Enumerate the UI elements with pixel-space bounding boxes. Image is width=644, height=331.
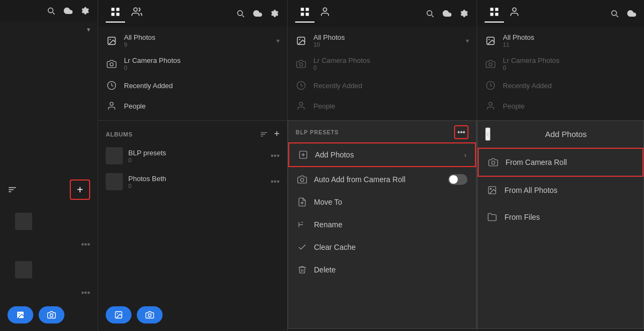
context-section: BLP PRESETS ••• — [288, 121, 476, 141]
source-all-photos-3[interactable]: All Photos 10 ▾ — [288, 29, 477, 52]
menu-auto-add[interactable]: Auto Add from Camera Roll — [288, 168, 476, 191]
from-files-icon — [486, 211, 498, 223]
album-item-2[interactable] — [8, 257, 90, 283]
source-people-4[interactable]: People — [477, 96, 644, 116]
camera-button-2[interactable] — [137, 306, 163, 323]
all-photos-info-4: All Photos 11 — [503, 33, 636, 48]
search-icon-2[interactable] — [236, 9, 245, 18]
move-to-label: Move To — [314, 198, 342, 206]
submenu-camera-roll[interactable]: From Camera Roll — [478, 148, 643, 177]
menu-rename[interactable]: Rename — [288, 213, 476, 236]
blp-thumb — [106, 147, 123, 164]
submenu-all-photos[interactable]: From All Photos — [478, 177, 643, 204]
blp-name: BLP presets — [128, 149, 265, 157]
source-lr-camera-3[interactable]: Lr Camera Photos 0 — [288, 52, 477, 75]
submenu-from-files[interactable]: From Files — [478, 204, 643, 231]
back-button[interactable]: ‹ — [485, 127, 491, 141]
clock-icon — [106, 80, 118, 91]
source-all-photos-4[interactable]: All Photos 11 — [477, 29, 644, 52]
source-recently-4[interactable]: Recently Added — [477, 75, 644, 96]
cloud-icon-4[interactable] — [627, 9, 636, 18]
cloud-icon[interactable] — [63, 6, 73, 16]
people-label-3: People — [313, 102, 469, 110]
album-item[interactable] — [8, 208, 90, 234]
all-photos-info-3: All Photos 10 — [313, 33, 459, 48]
sort-albums-icon[interactable] — [260, 130, 268, 139]
tab-people-4[interactable] — [506, 4, 525, 23]
blp-more-icon[interactable]: ••• — [270, 151, 280, 161]
add-album-button[interactable]: + — [72, 182, 88, 198]
album-photos-beth[interactable]: Photos Beth 0 ••• — [98, 169, 287, 195]
people-label: People — [124, 102, 280, 110]
svg-point-40 — [513, 8, 516, 12]
lr-camera-label: Lr Camera Photos — [124, 56, 280, 64]
toggle-knob — [449, 175, 458, 184]
lr-info-4: Lr Camera Photos 0 — [503, 56, 636, 71]
cloud-icon-2[interactable] — [253, 9, 262, 18]
tab-library[interactable] — [106, 4, 125, 23]
photos-button[interactable] — [8, 306, 33, 323]
album-more-icon-2[interactable]: ••• — [81, 288, 90, 298]
lr-label-4: Lr Camera Photos — [503, 56, 636, 64]
all-photos-icon-3 — [295, 35, 307, 47]
add-albums-icon[interactable]: + — [274, 128, 280, 140]
all-photos-count-3: 10 — [313, 41, 459, 48]
menu-delete[interactable]: Delete — [288, 258, 476, 281]
search-icon[interactable] — [46, 6, 56, 16]
source-people[interactable]: People — [98, 96, 287, 116]
clear-cache-label: Clear Cache — [314, 243, 356, 251]
auto-add-icon — [297, 174, 308, 185]
svg-point-2 — [50, 314, 53, 316]
all-photos-label: All Photos — [124, 33, 270, 41]
tab-people-3[interactable] — [317, 4, 336, 23]
recently-label-4: Recently Added — [503, 82, 636, 90]
source-recently-3[interactable]: Recently Added — [288, 75, 477, 96]
delete-label: Delete — [314, 265, 335, 274]
add-photos-arrow: › — [464, 151, 466, 159]
auto-add-toggle[interactable] — [448, 174, 467, 185]
sort-icon[interactable] — [8, 185, 17, 195]
tab-library-3[interactable] — [295, 4, 314, 23]
search-icon-3[interactable] — [425, 9, 435, 18]
svg-rect-36 — [491, 8, 494, 11]
beth-more-icon[interactable]: ••• — [270, 177, 280, 186]
svg-rect-39 — [495, 13, 499, 16]
source-lr-camera[interactable]: Lr Camera Photos 0 — [98, 52, 287, 75]
camera-button[interactable] — [39, 306, 64, 323]
delete-icon — [297, 264, 308, 275]
add-album-button-highlight: + — [70, 179, 90, 200]
dots-icon[interactable]: ••• — [457, 128, 465, 136]
search-icon-4[interactable] — [610, 9, 619, 18]
svg-point-20 — [323, 8, 327, 12]
all-photos-info: All Photos 9 — [124, 33, 270, 48]
menu-clear-cache[interactable]: Clear Cache — [288, 236, 476, 258]
svg-point-10 — [110, 62, 113, 66]
menu-add-photos[interactable]: Add Photos › — [288, 142, 476, 167]
panel4-tabs — [485, 4, 525, 23]
source-lr-camera-4[interactable]: Lr Camera Photos 0 — [477, 52, 644, 75]
source-people-3[interactable]: People — [288, 96, 477, 116]
settings-icon-2[interactable] — [270, 9, 280, 18]
chevron-down-icon[interactable]: ▾ — [87, 26, 90, 33]
svg-rect-38 — [491, 13, 494, 16]
recently-info-3: Recently Added — [313, 82, 469, 90]
settings-icon[interactable] — [80, 6, 90, 16]
album-more-icon[interactable]: ••• — [81, 240, 90, 249]
divider-1 — [98, 120, 287, 121]
settings-icon-3[interactable] — [459, 9, 469, 18]
svg-point-7 — [134, 8, 137, 12]
add-photos-label: Add Photos — [315, 150, 354, 159]
dots-highlighted[interactable]: ••• — [454, 125, 469, 139]
panel-3: All Photos 10 ▾ Lr Camera Photos 0 Recen… — [288, 0, 477, 331]
menu-move-to[interactable]: Move To — [288, 191, 476, 213]
photos-button-2[interactable] — [106, 306, 131, 323]
source-all-photos[interactable]: All Photos 9 ▾ — [98, 29, 287, 52]
tab-people[interactable] — [127, 4, 147, 23]
tab-library-4[interactable] — [485, 4, 504, 23]
cloud-icon-3[interactable] — [442, 9, 452, 18]
camera-roll-label: From Camera Roll — [506, 158, 567, 167]
beth-thumb — [106, 173, 123, 190]
source-recently-added[interactable]: Recently Added — [98, 75, 287, 96]
person-icon-3 — [295, 100, 307, 112]
album-blp[interactable]: BLP presets 0 ••• — [98, 143, 287, 169]
